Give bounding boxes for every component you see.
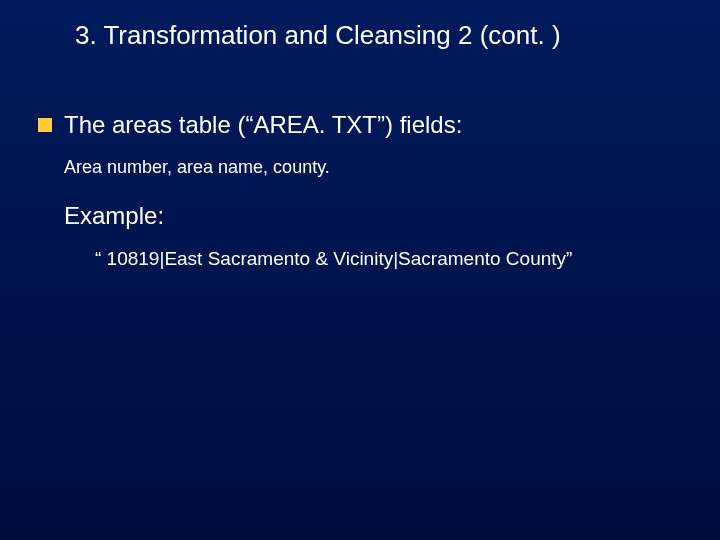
bullet-text: The areas table (“AREA. TXT”) fields: — [64, 111, 462, 139]
example-label: Example: — [64, 202, 690, 230]
slide: 3. Transformation and Cleansing 2 (cont.… — [0, 0, 720, 540]
example-value: “ 10819|East Sacramento & Vicinity|Sacra… — [95, 248, 690, 270]
field-list: Area number, area name, county. — [64, 157, 690, 178]
slide-title: 3. Transformation and Cleansing 2 (cont.… — [75, 20, 690, 51]
square-bullet-icon — [38, 118, 52, 132]
bullet-item: The areas table (“AREA. TXT”) fields: — [38, 111, 690, 139]
